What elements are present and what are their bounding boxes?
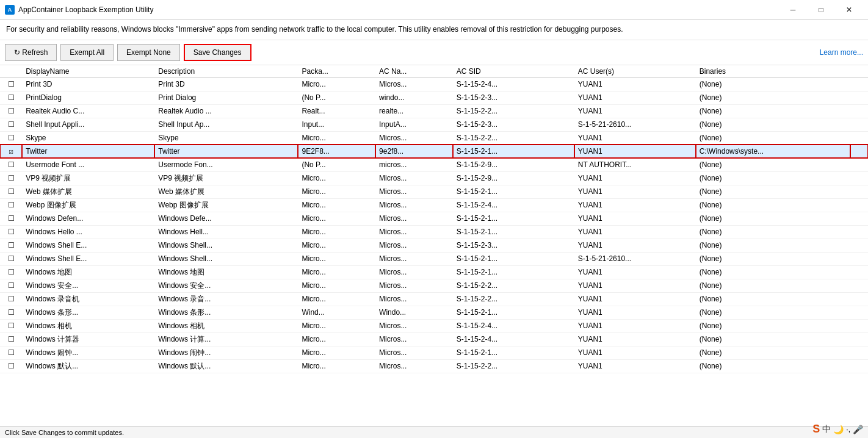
row-extra [850,359,868,373]
row-extra [850,145,868,158]
row-ac-user: YUAN1 [574,239,696,252]
row-description: Windows 录音... [154,292,298,306]
table-row[interactable]: ☐Windows 闹钟...Windows 闹钟...Micro...Micro… [0,346,868,359]
exempt-all-button[interactable]: Exempt All [60,44,114,61]
table-row[interactable]: ☑TwitterTwitter9E2F8...9e2f8...S-1-15-2-… [0,145,868,158]
table-row[interactable]: ☐Windows 计算器Windows 计算...Micro...Micros.… [0,332,868,346]
row-package: Micro... [298,359,375,373]
row-ac-sid: S-1-15-2-4... [453,77,574,91]
row-display-name: Print 3D [22,77,154,91]
minimize-button[interactable]: ─ [779,0,807,20]
table-row[interactable]: ☐Webp 图像扩展Webp 图像扩展Micro...Micros...S-1-… [0,198,868,212]
table-row[interactable]: ☐Windows Hello ...Windows Hell...Micro..… [0,225,868,239]
row-package: Micro... [298,185,375,198]
row-checkbox[interactable]: ☐ [0,319,22,332]
row-ac-name: Micros... [375,252,453,265]
table-row[interactable]: ☐Shell Input Appli...Shell Input Ap...In… [0,118,868,131]
row-ac-user: YUAN1 [574,131,696,145]
row-checkbox[interactable]: ☐ [0,306,22,319]
row-checkbox[interactable]: ☐ [0,131,22,145]
row-checkbox[interactable]: ☐ [0,91,22,104]
row-checkbox[interactable]: ☐ [0,332,22,346]
row-extra [850,332,868,346]
header-ac-user[interactable]: AC User(s) [574,65,696,78]
table-row[interactable]: ☐Usermode Font ...Usermode Fon...(No P..… [0,158,868,171]
table-row[interactable]: ☐Windows 相机Windows 相机Micro...Micros...S-… [0,319,868,332]
close-button[interactable]: ✕ [835,0,863,20]
header-ac-name[interactable]: AC Na... [375,65,453,78]
row-package: Micro... [298,332,375,346]
row-checkbox[interactable]: ☐ [0,239,22,252]
row-description: Realtek Audio ... [154,104,298,118]
row-checkbox[interactable]: ☐ [0,212,22,225]
row-ac-name: Micros... [375,131,453,145]
row-display-name: Windows 安全... [22,279,154,292]
row-extra [850,239,868,252]
table-row[interactable]: ☐VP9 视频扩展VP9 视频扩展Micro...Micros...S-1-15… [0,171,868,185]
row-description: Windows 条形... [154,306,298,319]
header-binaries[interactable]: Binaries [696,65,850,78]
header-description[interactable]: Description [154,65,298,78]
row-package: Micro... [298,77,375,91]
row-ac-sid: S-1-15-2-9... [453,171,574,185]
header-package[interactable]: Packa... [298,65,375,78]
row-checkbox[interactable]: ☐ [0,225,22,239]
row-binaries: (None) [696,252,850,265]
row-checkbox[interactable]: ☐ [0,292,22,306]
row-binaries: (None) [696,158,850,171]
table-row[interactable]: ☐Windows 录音机Windows 录音...Micro...Micros.… [0,292,868,306]
row-binaries: (None) [696,225,850,239]
table-row[interactable]: ☐Windows 默认...Windows 默认...Micro...Micro… [0,359,868,373]
row-checkbox[interactable]: ☐ [0,346,22,359]
row-ac-name: Micros... [375,292,453,306]
row-checkbox[interactable]: ☐ [0,265,22,279]
table-row[interactable]: ☐Windows 地图Windows 地图Micro...Micros...S-… [0,265,868,279]
row-extra [850,131,868,145]
table-row[interactable]: ☐Print 3DPrint 3DMicro...Micros...S-1-15… [0,77,868,91]
table-row[interactable]: ☐Windows 安全...Windows 安全...Micro...Micro… [0,279,868,292]
row-package: Micro... [298,212,375,225]
row-binaries: (None) [696,104,850,118]
table-row[interactable]: ☐Windows 条形...Windows 条形...Wind...Windo.… [0,306,868,319]
row-display-name: Windows 相机 [22,319,154,332]
table-row[interactable]: ☐Realtek Audio C...Realtek Audio ...Real… [0,104,868,118]
row-checkbox[interactable]: ☐ [0,279,22,292]
row-ac-name: 9e2f8... [375,145,453,158]
row-ac-sid: S-1-15-2-2... [453,359,574,373]
row-checkbox[interactable]: ☐ [0,252,22,265]
table-row[interactable]: ☐Windows Defen...Windows Defe...Micro...… [0,212,868,225]
row-checkbox[interactable]: ☐ [0,198,22,212]
maximize-button[interactable]: □ [807,0,835,20]
exempt-none-button[interactable]: Exempt None [117,44,180,61]
header-display-name[interactable]: DisplayName [22,65,154,78]
row-checkbox[interactable]: ☐ [0,171,22,185]
table-row[interactable]: ☐Windows Shell E...Windows Shell...Micro… [0,252,868,265]
table-row[interactable]: ☐SkypeSkypeMicro...Micros...S-1-15-2-2..… [0,131,868,145]
table-row[interactable]: ☐Web 媒体扩展Web 媒体扩展Micro...Micros...S-1-15… [0,185,868,198]
header-ac-sid[interactable]: AC SID [453,65,574,78]
table-container[interactable]: DisplayName Description Packa... AC Na..… [0,65,868,426]
row-checkbox[interactable]: ☐ [0,359,22,373]
app-table: DisplayName Description Packa... AC Na..… [0,65,868,373]
row-ac-sid: S-1-15-2-1... [453,225,574,239]
table-row[interactable]: ☐Windows Shell E...Windows Shell...Micro… [0,239,868,252]
row-checkbox[interactable]: ☐ [0,104,22,118]
row-ac-name: Windo... [375,306,453,319]
row-ac-name: Micros... [375,198,453,212]
refresh-button[interactable]: ↻ Refresh [5,44,57,61]
save-changes-button[interactable]: Save Changes [184,44,251,61]
row-ac-user: YUAN1 [574,145,696,158]
row-checkbox[interactable]: ☐ [0,185,22,198]
learn-more-link[interactable]: Learn more... [820,48,863,57]
row-ac-name: Micros... [375,225,453,239]
row-binaries: (None) [696,185,850,198]
row-binaries: (None) [696,265,850,279]
row-extra [850,104,868,118]
table-row[interactable]: ☐PrintDialogPrint Dialog(No P...windo...… [0,91,868,104]
row-extra [850,158,868,171]
row-checkbox[interactable]: ☐ [0,158,22,171]
row-checkbox[interactable]: ☐ [0,77,22,91]
row-checkbox[interactable]: ☐ [0,118,22,131]
row-ac-name: micros... [375,158,453,171]
row-checkbox[interactable]: ☑ [0,145,22,158]
